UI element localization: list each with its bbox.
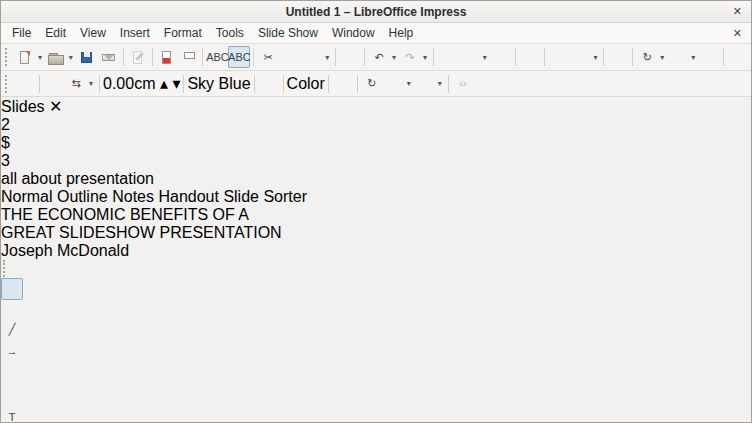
toolbar-separator [202, 48, 203, 66]
text-tool-button[interactable]: T [1, 406, 23, 423]
align-objects-icon [385, 75, 402, 92]
glue-points-icon [46, 75, 63, 92]
window-close-icon[interactable]: ✕ [733, 4, 742, 19]
document-close-icon[interactable]: ✕ [733, 26, 742, 41]
clone-formatting-button[interactable] [339, 46, 361, 68]
toolbar-separator [544, 48, 545, 66]
arrow-style-button[interactable]: ⇆ [65, 73, 87, 95]
save-button[interactable] [76, 46, 98, 68]
redo-dropdown-icon[interactable] [421, 47, 429, 67]
arrange-button[interactable] [414, 73, 436, 95]
slide-thumbnail-3[interactable]: 3 all about presentation [1, 152, 751, 188]
zoom-dropdown-icon[interactable] [591, 47, 599, 67]
menu-slide-show[interactable]: Slide Show [251, 24, 325, 42]
zoom-magnifier-icon [572, 49, 589, 66]
paste-icon [304, 49, 321, 66]
cut-button[interactable]: ✂ [257, 46, 279, 68]
menu-edit[interactable]: Edit [38, 24, 73, 42]
rotate-button[interactable]: ↻ [361, 73, 383, 95]
undo-button[interactable]: ↶ [368, 46, 390, 68]
open-button[interactable] [45, 46, 67, 68]
slide-thumbnail-2[interactable]: 2 $ [1, 116, 751, 152]
slides-panel-close-icon[interactable]: ✕ [49, 98, 62, 115]
arrange-dropdown-icon[interactable] [436, 74, 444, 94]
area-dialog-button[interactable] [258, 73, 280, 95]
new-document-button[interactable] [14, 46, 36, 68]
edit-points-button[interactable] [14, 73, 36, 95]
spellcheck-icon: ABC [209, 49, 226, 66]
undo-dropdown-icon[interactable] [390, 47, 398, 67]
tab-outline[interactable]: Outline [57, 188, 108, 205]
shadow-button[interactable] [332, 73, 354, 95]
align-dropdown-icon[interactable] [405, 74, 413, 94]
menu-file[interactable]: File [5, 24, 38, 42]
slide-3-thumb[interactable]: all about presentation [1, 170, 751, 188]
rectangle-tool-button[interactable] [1, 362, 23, 384]
slide-title-line-2: GREAT SLIDESHOW PRESENTATION [1, 224, 751, 242]
new-document-dropdown-icon[interactable] [36, 47, 44, 67]
arrow-style-dropdown-icon[interactable] [87, 74, 95, 94]
spinner-down-icon[interactable]: ▾ [172, 75, 180, 92]
line-arrow-tool-button[interactable]: → [1, 340, 23, 362]
toolbar-separator [448, 75, 449, 93]
display-mode-dropdown-icon[interactable] [658, 47, 666, 67]
print-button[interactable] [178, 46, 200, 68]
menu-format[interactable]: Format [157, 24, 209, 42]
start-presentation-button[interactable] [727, 46, 749, 68]
line-tool-button[interactable]: ╱ [1, 318, 23, 340]
standard-toolbar: ABC ABC ✂ ↶ ↷ ↻ [1, 44, 751, 71]
current-slide[interactable]: THE ECONOMIC BENEFITS OF A GREAT SLIDESH… [1, 206, 751, 260]
navigator-button[interactable] [548, 46, 570, 68]
email-button[interactable] [98, 46, 120, 68]
toolbar-separator [328, 75, 329, 93]
slide-layout-button[interactable] [667, 46, 689, 68]
new-slide-button[interactable] [698, 46, 720, 68]
select-tool-button[interactable] [1, 278, 23, 300]
help-button[interactable] [607, 46, 629, 68]
toolbar-grip[interactable] [3, 260, 5, 277]
menu-insert[interactable]: Insert [113, 24, 157, 42]
slide-canvas[interactable]: THE ECONOMIC BENEFITS OF A GREAT SLIDESH… [1, 206, 751, 260]
menu-help[interactable]: Help [382, 24, 421, 42]
insert-chart-button[interactable] [437, 46, 459, 68]
menu-window[interactable]: Window [325, 24, 382, 42]
toolbar-grip[interactable] [5, 75, 10, 93]
export-pdf-button[interactable] [156, 46, 178, 68]
display-mode-button[interactable]: ↻ [636, 46, 658, 68]
line-width-value[interactable]: 0.00cm [103, 75, 155, 92]
new-slide-icon [701, 49, 718, 66]
zoom-button[interactable] [570, 46, 592, 68]
line-width-spinner[interactable]: 0.00cm ▴ ▾ [103, 74, 180, 93]
title-bar: Untitled 1 – LibreOffice Impress ✕ [1, 1, 751, 23]
table-dropdown-icon[interactable] [481, 47, 489, 67]
tab-normal[interactable]: Normal [1, 188, 53, 205]
align-objects-button[interactable] [383, 73, 405, 95]
menu-tools[interactable]: Tools [209, 24, 251, 42]
spinner-up-icon[interactable]: ▴ [160, 75, 168, 92]
insert-table-button[interactable] [459, 46, 481, 68]
tab-notes[interactable]: Notes [112, 188, 154, 205]
hyperlink-globe-icon [492, 49, 509, 66]
grid-icon [521, 49, 538, 66]
toolbar-grip[interactable] [5, 48, 10, 66]
tab-handout[interactable]: Handout [158, 188, 219, 205]
slide-2-thumb[interactable]: $ [1, 134, 751, 152]
paste-button[interactable] [301, 46, 323, 68]
open-dropdown-icon[interactable] [67, 47, 75, 67]
slide-3-content: all about presentation [1, 170, 154, 187]
slide-layout-dropdown-icon[interactable] [689, 47, 697, 67]
tab-slide-sorter[interactable]: Slide Sorter [223, 188, 307, 205]
auto-spellcheck-button[interactable]: ABC [228, 46, 250, 68]
help-lifebuoy-icon [610, 49, 627, 66]
menu-view[interactable]: View [73, 24, 113, 42]
spellcheck-button[interactable]: ABC [206, 46, 228, 68]
paste-dropdown-icon[interactable] [323, 47, 331, 67]
copy-button[interactable] [279, 46, 301, 68]
ellipse-tool-button[interactable] [1, 384, 23, 406]
slide-subtitle-text[interactable]: Joseph McDonald [1, 242, 751, 260]
slide-title-text[interactable]: THE ECONOMIC BENEFITS OF A GREAT SLIDESH… [1, 206, 751, 242]
area-style-combo[interactable]: Color [287, 75, 325, 93]
line-color-combo[interactable]: Sky Blue [187, 75, 250, 93]
hyperlink-button[interactable] [490, 46, 512, 68]
glue-points-button[interactable] [43, 73, 65, 95]
